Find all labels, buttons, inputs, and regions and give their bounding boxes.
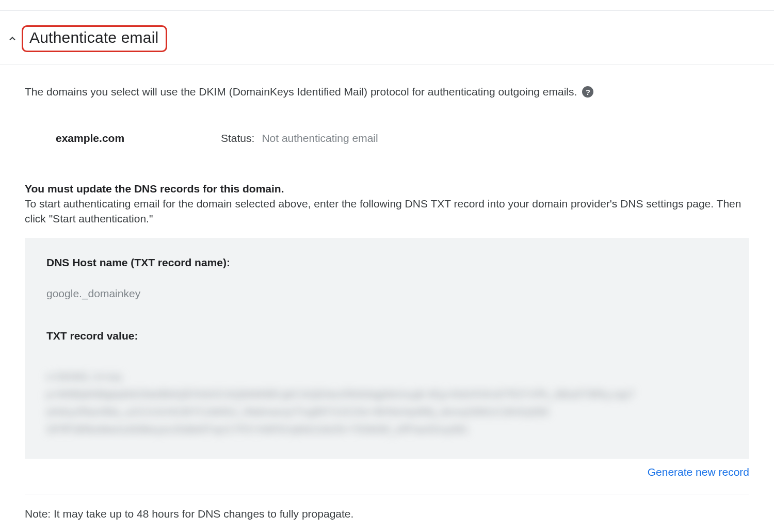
chevron-up-icon [6, 33, 19, 45]
generate-new-record-link[interactable]: Generate new record [648, 466, 749, 478]
generate-row: Generate new record [25, 461, 749, 494]
section-title: Authenticate email [29, 29, 158, 46]
domain-status-row: example.com Status: Not authenticating e… [25, 132, 749, 144]
txt-record-label: TXT record value: [46, 330, 728, 342]
dns-host-label: DNS Host name (TXT record name): [46, 256, 728, 269]
help-icon[interactable]: ? [582, 86, 593, 98]
instructions-block: You must update the DNS records for this… [25, 182, 749, 227]
intro-text: The domains you select will use the DKIM… [25, 86, 577, 98]
txt-record-value-redacted: v=DKIM1; k=rsa; p=MIIBIjANBgkqhkiG9w0BAQ… [46, 368, 728, 438]
status-label: Status: [221, 132, 254, 144]
section-content: The domains you select will use the DKIM… [0, 65, 774, 532]
instructions-body: To start authenticating email for the do… [25, 198, 741, 224]
dns-record-box: DNS Host name (TXT record name): google.… [25, 238, 749, 459]
instructions-heading: You must update the DNS records for this… [25, 182, 749, 197]
propagation-note: Note: It may take up to 48 hours for DNS… [25, 494, 749, 532]
status-value: Not authenticating email [262, 132, 378, 144]
section-header[interactable]: Authenticate email [0, 11, 774, 65]
domain-name: example.com [56, 132, 221, 144]
authenticate-email-panel: Authenticate email The domains you selec… [0, 10, 774, 532]
section-title-highlight: Authenticate email [22, 25, 167, 52]
dns-host-value: google._domainkey [46, 287, 728, 300]
intro-row: The domains you select will use the DKIM… [25, 86, 749, 98]
